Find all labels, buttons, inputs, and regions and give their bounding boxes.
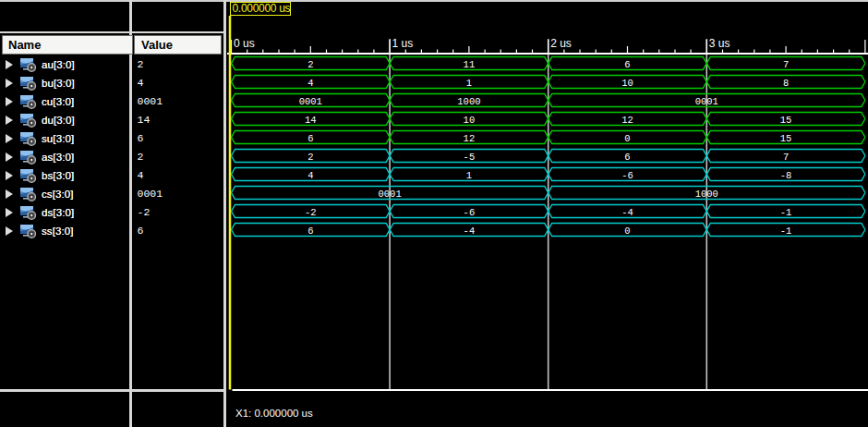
svg-text:2 us: 2 us bbox=[550, 37, 572, 50]
svg-text:7: 7 bbox=[783, 152, 789, 163]
svg-text:-1: -1 bbox=[780, 207, 792, 218]
svg-text:6: 6 bbox=[307, 133, 313, 144]
svg-text:-5: -5 bbox=[464, 152, 476, 163]
svg-text:2: 2 bbox=[307, 59, 313, 70]
svg-text:6: 6 bbox=[307, 226, 313, 237]
svg-text:12: 12 bbox=[621, 115, 633, 126]
svg-text:15: 15 bbox=[780, 115, 792, 126]
svg-text:10: 10 bbox=[464, 115, 476, 126]
svg-text:8: 8 bbox=[783, 78, 789, 89]
svg-text:4: 4 bbox=[307, 78, 313, 89]
svg-text:4: 4 bbox=[307, 170, 313, 181]
svg-text:14: 14 bbox=[305, 115, 317, 126]
svg-text:7: 7 bbox=[783, 59, 789, 70]
svg-text:2: 2 bbox=[307, 152, 313, 163]
svg-text:15: 15 bbox=[780, 133, 792, 144]
svg-text:-4: -4 bbox=[464, 226, 476, 237]
svg-text:0001: 0001 bbox=[299, 96, 322, 107]
svg-text:1000: 1000 bbox=[695, 189, 718, 200]
svg-text:1: 1 bbox=[466, 170, 472, 181]
svg-text:-4: -4 bbox=[621, 207, 633, 218]
svg-text:1: 1 bbox=[466, 78, 472, 89]
svg-text:0001: 0001 bbox=[378, 189, 401, 200]
svg-text:1 us: 1 us bbox=[392, 37, 414, 50]
svg-text:11: 11 bbox=[464, 59, 476, 70]
svg-text:3 us: 3 us bbox=[709, 37, 730, 50]
svg-text:-8: -8 bbox=[780, 170, 792, 181]
svg-text:-1: -1 bbox=[780, 226, 792, 237]
svg-text:0: 0 bbox=[624, 133, 630, 144]
svg-text:12: 12 bbox=[464, 133, 476, 144]
svg-text:-6: -6 bbox=[621, 170, 633, 181]
svg-text:6: 6 bbox=[624, 59, 630, 70]
svg-text:-6: -6 bbox=[464, 207, 476, 218]
svg-text:-2: -2 bbox=[305, 207, 317, 218]
svg-text:0001: 0001 bbox=[695, 96, 718, 107]
svg-text:1000: 1000 bbox=[457, 96, 480, 107]
svg-text:0: 0 bbox=[624, 226, 630, 237]
svg-text:10: 10 bbox=[621, 78, 633, 89]
svg-text:6: 6 bbox=[624, 152, 630, 163]
svg-text:0 us: 0 us bbox=[234, 37, 255, 50]
